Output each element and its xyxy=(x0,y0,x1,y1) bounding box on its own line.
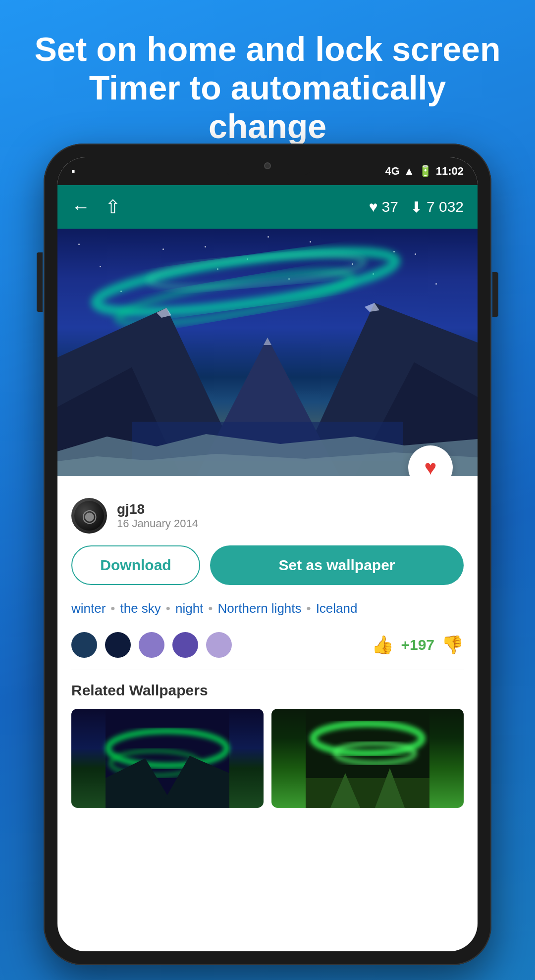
vote-section: 👍 +197 👎 xyxy=(372,635,464,655)
color-dot-3[interactable] xyxy=(139,632,164,658)
wallpaper-preview[interactable]: ♥ xyxy=(57,229,478,476)
color-palette xyxy=(71,632,232,658)
tag-iceland[interactable]: Iceland xyxy=(316,597,358,620)
related-title: Related Wallpapers xyxy=(71,682,464,699)
tag-sep-3: • xyxy=(208,597,213,620)
related-grid xyxy=(71,709,464,808)
download-number: 7 032 xyxy=(427,198,464,215)
author-info: gj18 16 January 2014 xyxy=(117,501,198,530)
tag-northern-lights[interactable]: Northern lights xyxy=(217,597,301,620)
heart-icon-toolbar: ♥ xyxy=(369,198,378,215)
related-thumb-2[interactable] xyxy=(271,709,464,808)
content-area: gj18 16 January 2014 Download Set as wal… xyxy=(57,476,478,670)
palette-row: 👍 +197 👎 xyxy=(71,632,464,670)
battery-icon: 🔋 xyxy=(419,165,432,178)
like-number: 37 xyxy=(382,198,398,215)
related-thumb-1[interactable] xyxy=(71,709,264,808)
status-bar: ▪ 4G ▲ 🔋 11:02 xyxy=(57,157,478,185)
color-dot-2[interactable] xyxy=(105,632,131,658)
color-dot-4[interactable] xyxy=(172,632,198,658)
download-icon-toolbar: ⬇ xyxy=(410,198,423,216)
notch xyxy=(223,157,312,175)
phone-mockup: ▪ 4G ▲ 🔋 11:02 ← ⇧ ♥ 37 xyxy=(44,144,491,965)
tag-sep-4: • xyxy=(307,597,311,620)
back-button[interactable]: ← xyxy=(71,196,90,218)
author-username[interactable]: gj18 xyxy=(117,501,198,517)
color-dot-1[interactable] xyxy=(71,632,97,658)
author-avatar[interactable] xyxy=(71,498,107,534)
action-buttons: Download Set as wallpaper xyxy=(71,545,464,585)
avatar-image xyxy=(74,501,104,531)
mountains-svg xyxy=(57,229,478,476)
download-count-area: ⬇ 7 032 xyxy=(410,198,464,216)
tag-sky[interactable]: the sky xyxy=(120,597,160,620)
color-dot-5[interactable] xyxy=(206,632,232,658)
tag-night[interactable]: night xyxy=(175,597,203,620)
clock: 11:02 xyxy=(436,165,464,178)
vote-count: +197 xyxy=(401,637,434,653)
heart-filled-icon: ♥ xyxy=(425,456,437,476)
phone-screen: ▪ 4G ▲ 🔋 11:02 ← ⇧ ♥ 37 xyxy=(57,157,478,951)
tags-row: winter • the sky • night • Northern ligh… xyxy=(71,597,464,620)
thumbs-up-icon[interactable]: 👍 xyxy=(372,635,394,655)
svg-rect-22 xyxy=(306,778,429,808)
sd-card-icon: ▪ xyxy=(71,165,75,178)
signal-bars: ▲ xyxy=(404,165,415,178)
tag-sep-1: • xyxy=(110,597,115,620)
tag-winter[interactable]: winter xyxy=(71,597,106,620)
thumbs-down-icon[interactable]: 👎 xyxy=(441,635,464,655)
share-button[interactable]: ⇧ xyxy=(105,196,121,218)
tag-sep-2: • xyxy=(166,597,170,620)
front-camera xyxy=(264,162,271,169)
promo-header: Set on home and lock screen Timer to aut… xyxy=(30,30,505,146)
upload-date: 16 January 2014 xyxy=(117,517,198,530)
set-wallpaper-button[interactable]: Set as wallpaper xyxy=(210,545,464,585)
app-toolbar: ← ⇧ ♥ 37 ⬇ 7 032 xyxy=(57,185,478,229)
signal-indicator: 4G xyxy=(385,165,400,178)
like-count-area[interactable]: ♥ 37 xyxy=(369,198,398,215)
download-button[interactable]: Download xyxy=(71,545,200,585)
author-row: gj18 16 January 2014 xyxy=(71,490,464,545)
related-section: Related Wallpapers xyxy=(57,682,478,808)
svg-marker-10 xyxy=(264,338,271,345)
